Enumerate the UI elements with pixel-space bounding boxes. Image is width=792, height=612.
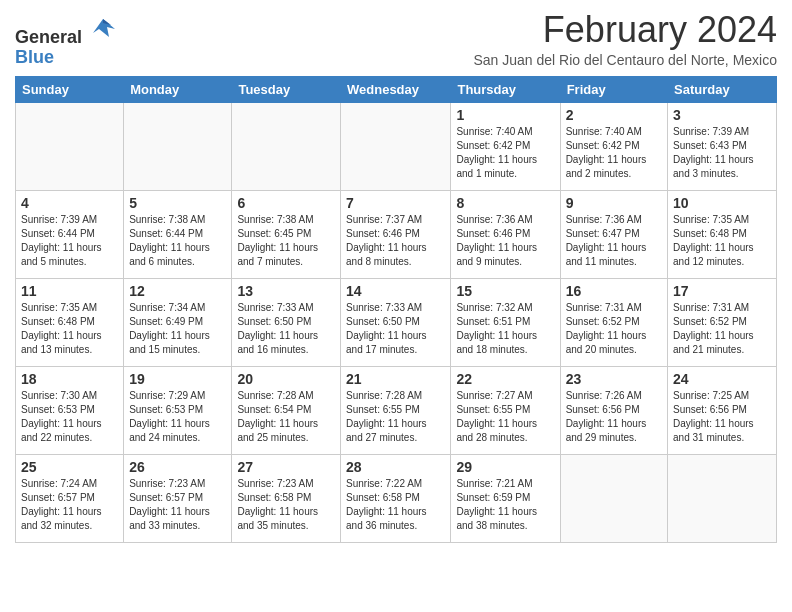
logo-blue: Blue (15, 47, 54, 67)
calendar-cell (668, 454, 777, 542)
day-number: 15 (456, 283, 554, 299)
day-info: Sunrise: 7:23 AMSunset: 6:58 PMDaylight:… (237, 477, 335, 533)
calendar-cell: 5Sunrise: 7:38 AMSunset: 6:44 PMDaylight… (124, 190, 232, 278)
day-number: 25 (21, 459, 118, 475)
day-number: 4 (21, 195, 118, 211)
page-header: General Blue February 2024 San Juan del … (15, 10, 777, 68)
day-info: Sunrise: 7:33 AMSunset: 6:50 PMDaylight:… (237, 301, 335, 357)
calendar-cell: 21Sunrise: 7:28 AMSunset: 6:55 PMDayligh… (341, 366, 451, 454)
calendar-body: 1Sunrise: 7:40 AMSunset: 6:42 PMDaylight… (16, 102, 777, 542)
calendar-cell: 16Sunrise: 7:31 AMSunset: 6:52 PMDayligh… (560, 278, 667, 366)
calendar-cell: 15Sunrise: 7:32 AMSunset: 6:51 PMDayligh… (451, 278, 560, 366)
calendar-cell: 22Sunrise: 7:27 AMSunset: 6:55 PMDayligh… (451, 366, 560, 454)
day-number: 2 (566, 107, 662, 123)
calendar-cell: 2Sunrise: 7:40 AMSunset: 6:42 PMDaylight… (560, 102, 667, 190)
calendar-cell (232, 102, 341, 190)
day-number: 8 (456, 195, 554, 211)
day-info: Sunrise: 7:37 AMSunset: 6:46 PMDaylight:… (346, 213, 445, 269)
weekday-header-saturday: Saturday (668, 76, 777, 102)
day-number: 26 (129, 459, 226, 475)
week-row-1: 1Sunrise: 7:40 AMSunset: 6:42 PMDaylight… (16, 102, 777, 190)
calendar-cell (560, 454, 667, 542)
day-number: 6 (237, 195, 335, 211)
calendar-cell: 4Sunrise: 7:39 AMSunset: 6:44 PMDaylight… (16, 190, 124, 278)
calendar-cell: 11Sunrise: 7:35 AMSunset: 6:48 PMDayligh… (16, 278, 124, 366)
day-number: 19 (129, 371, 226, 387)
day-info: Sunrise: 7:35 AMSunset: 6:48 PMDaylight:… (21, 301, 118, 357)
weekday-header-thursday: Thursday (451, 76, 560, 102)
week-row-3: 11Sunrise: 7:35 AMSunset: 6:48 PMDayligh… (16, 278, 777, 366)
day-info: Sunrise: 7:36 AMSunset: 6:47 PMDaylight:… (566, 213, 662, 269)
day-info: Sunrise: 7:27 AMSunset: 6:55 PMDaylight:… (456, 389, 554, 445)
calendar-cell (341, 102, 451, 190)
day-number: 21 (346, 371, 445, 387)
day-info: Sunrise: 7:21 AMSunset: 6:59 PMDaylight:… (456, 477, 554, 533)
calendar-cell: 13Sunrise: 7:33 AMSunset: 6:50 PMDayligh… (232, 278, 341, 366)
calendar-table: SundayMondayTuesdayWednesdayThursdayFrid… (15, 76, 777, 543)
calendar-cell: 12Sunrise: 7:34 AMSunset: 6:49 PMDayligh… (124, 278, 232, 366)
calendar-cell (16, 102, 124, 190)
day-number: 3 (673, 107, 771, 123)
weekday-header-row: SundayMondayTuesdayWednesdayThursdayFrid… (16, 76, 777, 102)
title-block: February 2024 San Juan del Rio del Centa… (473, 10, 777, 68)
week-row-5: 25Sunrise: 7:24 AMSunset: 6:57 PMDayligh… (16, 454, 777, 542)
day-info: Sunrise: 7:28 AMSunset: 6:55 PMDaylight:… (346, 389, 445, 445)
calendar-cell: 20Sunrise: 7:28 AMSunset: 6:54 PMDayligh… (232, 366, 341, 454)
calendar-cell: 7Sunrise: 7:37 AMSunset: 6:46 PMDaylight… (341, 190, 451, 278)
day-info: Sunrise: 7:38 AMSunset: 6:44 PMDaylight:… (129, 213, 226, 269)
day-info: Sunrise: 7:23 AMSunset: 6:57 PMDaylight:… (129, 477, 226, 533)
day-info: Sunrise: 7:36 AMSunset: 6:46 PMDaylight:… (456, 213, 554, 269)
day-number: 23 (566, 371, 662, 387)
weekday-header-monday: Monday (124, 76, 232, 102)
day-info: Sunrise: 7:25 AMSunset: 6:56 PMDaylight:… (673, 389, 771, 445)
calendar-cell: 14Sunrise: 7:33 AMSunset: 6:50 PMDayligh… (341, 278, 451, 366)
day-number: 14 (346, 283, 445, 299)
day-number: 18 (21, 371, 118, 387)
weekday-header-wednesday: Wednesday (341, 76, 451, 102)
calendar-cell: 9Sunrise: 7:36 AMSunset: 6:47 PMDaylight… (560, 190, 667, 278)
calendar-cell: 28Sunrise: 7:22 AMSunset: 6:58 PMDayligh… (341, 454, 451, 542)
day-number: 29 (456, 459, 554, 475)
calendar-cell: 23Sunrise: 7:26 AMSunset: 6:56 PMDayligh… (560, 366, 667, 454)
week-row-4: 18Sunrise: 7:30 AMSunset: 6:53 PMDayligh… (16, 366, 777, 454)
calendar-cell: 17Sunrise: 7:31 AMSunset: 6:52 PMDayligh… (668, 278, 777, 366)
weekday-header-tuesday: Tuesday (232, 76, 341, 102)
calendar-cell: 18Sunrise: 7:30 AMSunset: 6:53 PMDayligh… (16, 366, 124, 454)
day-number: 7 (346, 195, 445, 211)
calendar-cell: 19Sunrise: 7:29 AMSunset: 6:53 PMDayligh… (124, 366, 232, 454)
calendar-cell: 24Sunrise: 7:25 AMSunset: 6:56 PMDayligh… (668, 366, 777, 454)
day-info: Sunrise: 7:33 AMSunset: 6:50 PMDaylight:… (346, 301, 445, 357)
day-info: Sunrise: 7:28 AMSunset: 6:54 PMDaylight:… (237, 389, 335, 445)
day-info: Sunrise: 7:31 AMSunset: 6:52 PMDaylight:… (566, 301, 662, 357)
day-info: Sunrise: 7:22 AMSunset: 6:58 PMDaylight:… (346, 477, 445, 533)
day-info: Sunrise: 7:32 AMSunset: 6:51 PMDaylight:… (456, 301, 554, 357)
calendar-cell: 26Sunrise: 7:23 AMSunset: 6:57 PMDayligh… (124, 454, 232, 542)
calendar-cell: 27Sunrise: 7:23 AMSunset: 6:58 PMDayligh… (232, 454, 341, 542)
day-info: Sunrise: 7:38 AMSunset: 6:45 PMDaylight:… (237, 213, 335, 269)
day-info: Sunrise: 7:35 AMSunset: 6:48 PMDaylight:… (673, 213, 771, 269)
day-number: 9 (566, 195, 662, 211)
calendar-cell (124, 102, 232, 190)
day-info: Sunrise: 7:40 AMSunset: 6:42 PMDaylight:… (566, 125, 662, 181)
day-number: 5 (129, 195, 226, 211)
calendar-header: SundayMondayTuesdayWednesdayThursdayFrid… (16, 76, 777, 102)
day-info: Sunrise: 7:34 AMSunset: 6:49 PMDaylight:… (129, 301, 226, 357)
day-info: Sunrise: 7:29 AMSunset: 6:53 PMDaylight:… (129, 389, 226, 445)
calendar-cell: 1Sunrise: 7:40 AMSunset: 6:42 PMDaylight… (451, 102, 560, 190)
day-number: 17 (673, 283, 771, 299)
calendar-cell: 10Sunrise: 7:35 AMSunset: 6:48 PMDayligh… (668, 190, 777, 278)
calendar-cell: 6Sunrise: 7:38 AMSunset: 6:45 PMDaylight… (232, 190, 341, 278)
day-number: 27 (237, 459, 335, 475)
day-number: 16 (566, 283, 662, 299)
day-info: Sunrise: 7:31 AMSunset: 6:52 PMDaylight:… (673, 301, 771, 357)
day-info: Sunrise: 7:39 AMSunset: 6:44 PMDaylight:… (21, 213, 118, 269)
logo-bird-icon (89, 15, 117, 43)
calendar-cell: 3Sunrise: 7:39 AMSunset: 6:43 PMDaylight… (668, 102, 777, 190)
day-info: Sunrise: 7:24 AMSunset: 6:57 PMDaylight:… (21, 477, 118, 533)
calendar-subtitle: San Juan del Rio del Centauro del Norte,… (473, 52, 777, 68)
day-number: 22 (456, 371, 554, 387)
day-info: Sunrise: 7:40 AMSunset: 6:42 PMDaylight:… (456, 125, 554, 181)
day-number: 28 (346, 459, 445, 475)
day-number: 24 (673, 371, 771, 387)
day-number: 10 (673, 195, 771, 211)
